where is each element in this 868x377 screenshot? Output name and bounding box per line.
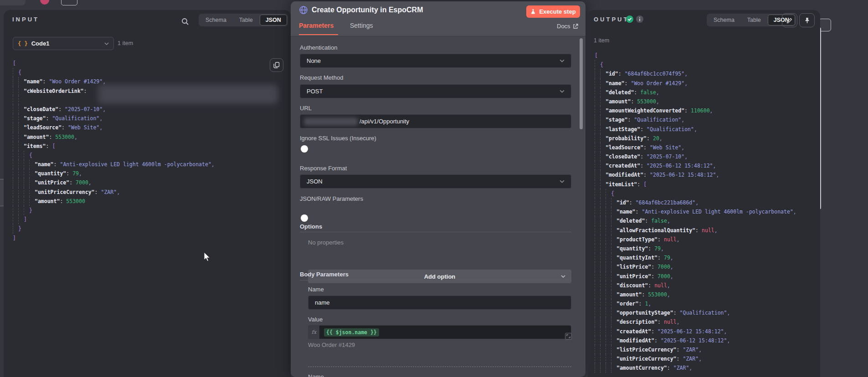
options-empty-text: No properties bbox=[308, 239, 344, 246]
pin-output-button[interactable] bbox=[799, 13, 815, 27]
json-line: "name":"Woo Order #1429", bbox=[595, 79, 818, 88]
output-panel-title: OUTPUT bbox=[594, 16, 629, 23]
next-param-name-label: Name bbox=[308, 373, 324, 377]
tab-input-json[interactable]: JSON bbox=[260, 15, 287, 25]
json-line: "id":"684af6bc221ba686d", bbox=[595, 198, 818, 207]
json-line: "leadSource":"Web Site", bbox=[595, 143, 818, 152]
json-line: "modifiedAt":"2025-06-12 15:48:12", bbox=[595, 170, 818, 179]
json-line: "unitPriceCurrency":"ZAR", bbox=[13, 188, 284, 197]
input-panel-title: INPUT bbox=[12, 16, 39, 23]
json-line: "deleted":false, bbox=[595, 216, 818, 225]
json-line: "name":"Anti-explosive LED light 4600lm … bbox=[13, 160, 284, 169]
divider bbox=[300, 280, 571, 280]
response-format-select[interactable]: JSON bbox=[300, 174, 571, 188]
toggle-knob bbox=[301, 214, 308, 222]
param-name-input[interactable]: name bbox=[308, 295, 571, 310]
json-line: "deleted":false, bbox=[595, 88, 818, 97]
json-line: "closeDate":"2025-07-10", bbox=[595, 152, 818, 161]
toggle-knob bbox=[301, 145, 308, 153]
chevron-down-icon bbox=[560, 180, 565, 183]
search-icon[interactable] bbox=[181, 18, 189, 25]
chevron-down-icon bbox=[561, 275, 565, 278]
json-line: "listPriceCurrency":"ZAR", bbox=[595, 345, 818, 354]
check-circle-icon bbox=[626, 15, 633, 23]
response-format-value: JSON bbox=[307, 178, 560, 185]
json-raw-toggle[interactable] bbox=[300, 214, 317, 223]
authentication-label: Authentication bbox=[300, 44, 337, 51]
url-label: URL bbox=[300, 105, 312, 112]
json-line: [ bbox=[595, 51, 818, 60]
open-expression-editor-button[interactable] bbox=[565, 333, 572, 340]
url-redacted-blur bbox=[304, 117, 358, 126]
request-method-select[interactable]: POST bbox=[300, 84, 571, 98]
json-line: "lastStage":"Qualification", bbox=[595, 125, 818, 134]
info-icon[interactable] bbox=[636, 15, 643, 23]
json-line: "amount":553000, bbox=[595, 290, 818, 299]
tab-input-schema[interactable]: Schema bbox=[200, 15, 232, 25]
json-line: "order":1, bbox=[595, 299, 818, 308]
docs-link[interactable]: Docs bbox=[557, 23, 578, 30]
ignore-ssl-label: Ignore SSL Issues (Insecure) bbox=[300, 135, 376, 142]
tab-output-table[interactable]: Table bbox=[741, 15, 767, 25]
mouse-cursor bbox=[204, 252, 211, 262]
tab-input-table[interactable]: Table bbox=[233, 15, 259, 25]
canvas-node-status-dot bbox=[40, 0, 49, 5]
json-line: "quantity":79, bbox=[13, 169, 284, 178]
input-view-tabs: Schema Table JSON bbox=[199, 14, 288, 26]
node-panel-scrollbar[interactable] bbox=[580, 38, 583, 129]
chevron-down-icon bbox=[560, 90, 565, 93]
json-line: "closeDate":"2025-07-10", bbox=[13, 105, 284, 114]
json-line: } bbox=[13, 206, 284, 215]
node-title: Create Opportunity in EspoCRM bbox=[312, 6, 423, 14]
json-line: "productType":null, bbox=[595, 235, 818, 244]
pencil-icon bbox=[786, 17, 793, 24]
request-method-label: Request Method bbox=[300, 74, 343, 81]
json-line: "createdAt":"2025-06-12 15:48:12", bbox=[595, 327, 818, 336]
param-name-value: name bbox=[315, 299, 330, 306]
param-value-label: Value bbox=[308, 316, 323, 323]
canvas-mini-button[interactable] bbox=[61, 0, 77, 5]
param-value-expression-input[interactable]: fx {{ $json.name }} bbox=[308, 325, 571, 339]
json-line: } bbox=[13, 224, 284, 233]
json-raw-label: JSON/RAW Parameters bbox=[300, 195, 363, 202]
execute-step-button[interactable]: Execute step bbox=[526, 5, 580, 18]
active-tab-underline bbox=[299, 34, 338, 35]
json-line: "leadSource":"Web Site", bbox=[13, 123, 284, 132]
request-method-value: POST bbox=[307, 88, 560, 95]
json-line: "probability":20, bbox=[595, 134, 818, 143]
input-node-name: Code1 bbox=[31, 40, 101, 47]
json-line: ] bbox=[13, 234, 284, 243]
edit-output-button[interactable] bbox=[782, 13, 797, 27]
ignore-ssl-toggle[interactable] bbox=[300, 144, 317, 153]
output-json-view[interactable]: [{"id":"684af6bc1cc074f95","name":"Woo O… bbox=[595, 51, 818, 373]
json-line: "amount":553000, bbox=[595, 97, 818, 106]
docs-label: Docs bbox=[557, 23, 570, 30]
fx-icon: fx bbox=[308, 326, 319, 339]
tab-parameters[interactable]: Parameters bbox=[299, 22, 334, 29]
chevron-down-icon bbox=[104, 42, 109, 45]
output-items-count: 1 item bbox=[594, 37, 609, 44]
input-node-selector[interactable]: { } Code1 bbox=[13, 37, 114, 50]
curly-braces-icon: { } bbox=[18, 41, 28, 47]
json-line: "amountWeightedConverted":110600, bbox=[595, 106, 818, 115]
options-section-label: Options bbox=[300, 223, 322, 230]
parameter-divider-dashed bbox=[308, 367, 571, 367]
json-line: "listPrice":7000, bbox=[595, 262, 818, 271]
pin-icon bbox=[804, 17, 810, 24]
expression-preview: Woo Order #1429 bbox=[308, 341, 355, 348]
json-line: { bbox=[595, 60, 818, 69]
tab-output-schema[interactable]: Schema bbox=[708, 15, 740, 25]
json-line: "amountCurrency":"ZAR", bbox=[595, 363, 818, 372]
flask-icon bbox=[530, 9, 536, 15]
json-line: { bbox=[595, 189, 818, 198]
external-link-icon bbox=[573, 24, 578, 29]
authentication-select[interactable]: None bbox=[300, 54, 571, 68]
json-line: "unitPrice":7000, bbox=[595, 272, 818, 281]
tab-settings[interactable]: Settings bbox=[350, 22, 373, 29]
divider bbox=[300, 232, 571, 232]
json-line: "discount":null, bbox=[595, 281, 818, 290]
json-line: "modifiedAt":"2025-06-12 15:48:12", bbox=[595, 336, 818, 345]
json-line: "quantity":79, bbox=[595, 244, 818, 253]
expression-text: {{ $json.name }} bbox=[324, 328, 379, 336]
url-input[interactable]: /api/v1/Opportunity bbox=[300, 114, 571, 128]
